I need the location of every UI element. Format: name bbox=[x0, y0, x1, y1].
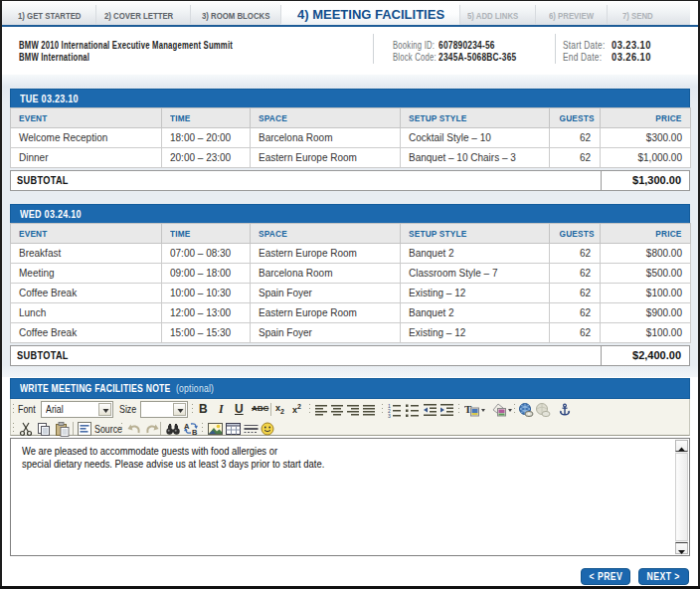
svg-text:B: B bbox=[192, 428, 198, 437]
svg-text:3: 3 bbox=[388, 413, 391, 418]
